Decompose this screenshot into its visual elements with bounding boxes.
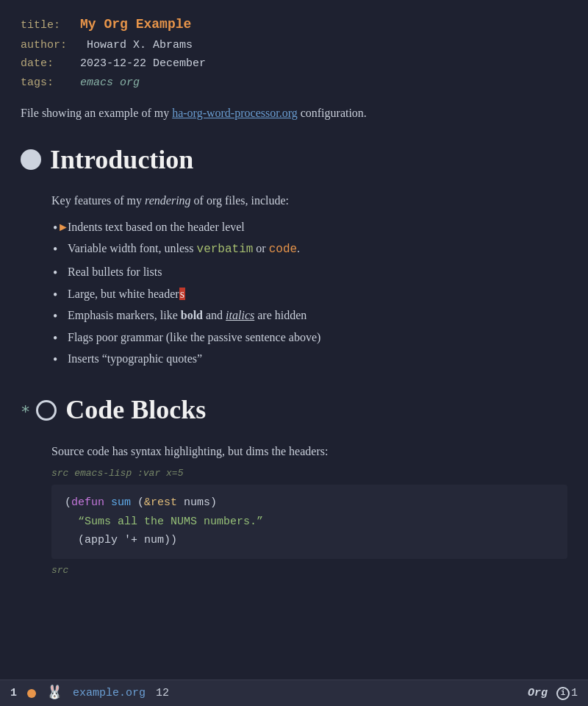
code-src-footer: src bbox=[51, 563, 567, 579]
code-line-2: “Sums all the NUMS numbers.” bbox=[65, 513, 554, 532]
feature-list: Indents text based on the header level V… bbox=[51, 218, 567, 368]
title-key: title: bbox=[21, 19, 60, 32]
section1-title: Introduction bbox=[50, 139, 193, 182]
date-key: date: bbox=[21, 57, 54, 70]
code-src-header: src emacs-lisp :var x=5 bbox=[51, 466, 567, 482]
list-item: Flags poor grammar (like the passive sen… bbox=[51, 328, 567, 347]
emacs-icon: 🐰 bbox=[46, 682, 62, 704]
section1-intro: Key features of my rendering of org file… bbox=[51, 191, 567, 210]
section-intro-after: of org files, include: bbox=[191, 194, 289, 207]
author-key: author: bbox=[21, 39, 67, 51]
status-info-count: 1 bbox=[571, 685, 578, 702]
code-keyword: defun bbox=[71, 496, 104, 509]
title-value: My Org Example bbox=[80, 17, 191, 32]
status-col-number: 12 bbox=[156, 685, 169, 702]
emacs-lambda-icon: 🐰 bbox=[46, 682, 62, 704]
heading-circle-icon bbox=[21, 149, 41, 170]
code-text: code bbox=[269, 243, 297, 256]
list-item: Inserts “typographic quotes” bbox=[51, 349, 567, 368]
section1-heading: Introduction bbox=[21, 139, 567, 182]
list-item: Indents text based on the header level bbox=[51, 218, 567, 237]
list-item: Variable width font, unless verbatim or … bbox=[51, 239, 567, 260]
status-info-badge: i 1 bbox=[556, 685, 578, 702]
section1-body: Key features of my rendering of org file… bbox=[21, 191, 567, 368]
section2-body: Source code has syntax highlighting, but… bbox=[21, 442, 567, 579]
list-item: Emphasis markers, like bold and italics … bbox=[51, 306, 567, 325]
section2-intro: Source code has syntax highlighting, but… bbox=[51, 442, 567, 461]
status-filename[interactable]: example.org bbox=[73, 685, 146, 702]
code-block: (defun sum (&rest nums) “Sums all the NU… bbox=[51, 485, 567, 559]
intro-paragraph: File showing an example of my ha-org-wor… bbox=[21, 104, 567, 123]
heading-circle-outline-icon bbox=[36, 400, 57, 421]
author-value: Howard X. Abrams bbox=[87, 39, 193, 51]
intro-link[interactable]: ha-org-word-processor.org bbox=[172, 107, 297, 119]
intro-text-before: File showing an example of my bbox=[21, 107, 172, 119]
tags-value: emacs org bbox=[80, 76, 140, 89]
feature-list-wrapper: ► Indents text based on the header level… bbox=[51, 218, 567, 368]
verbatim-text: verbatim bbox=[197, 243, 254, 256]
italic-text: italics bbox=[226, 309, 254, 321]
section-intro-before: Key features of my bbox=[51, 194, 145, 207]
status-mode-label: Org bbox=[528, 685, 548, 702]
section2-container: ∗ Code Blocks Source code has syntax hig… bbox=[21, 389, 567, 578]
section2-heading: ∗ Code Blocks bbox=[21, 389, 567, 432]
info-circle-icon: i bbox=[556, 687, 570, 700]
status-bar: 1 🐰 example.org 12 Org i 1 bbox=[0, 680, 588, 706]
code-function-name: sum bbox=[111, 496, 131, 509]
bold-text: bold bbox=[181, 309, 203, 321]
intro-text-after: configuration. bbox=[298, 107, 367, 119]
date-value: 2023-12-22 December bbox=[80, 57, 206, 70]
code-line-3: (apply '+ num)) bbox=[65, 531, 554, 550]
section-intro-em: rendering bbox=[145, 194, 191, 207]
status-right-section: Org i 1 bbox=[528, 685, 578, 702]
status-dot-icon bbox=[27, 689, 36, 698]
cursor-char: s bbox=[179, 288, 185, 300]
code-symbol: &rest bbox=[144, 496, 177, 509]
code-string: “Sums all the NUMS numbers.” bbox=[65, 516, 263, 528]
section2-star-prefix: ∗ bbox=[21, 397, 30, 423]
tags-key: tags: bbox=[21, 76, 54, 89]
list-item: Real bullets for lists bbox=[51, 263, 567, 282]
section2-title: Code Blocks bbox=[65, 389, 206, 432]
code-line-1: (defun sum (&rest nums) bbox=[65, 493, 554, 513]
list-item: Large, but white headers bbox=[51, 285, 567, 304]
status-line-number: 1 bbox=[10, 685, 17, 702]
metadata-block: title: My Org Example author: Howard X. … bbox=[21, 13, 567, 92]
